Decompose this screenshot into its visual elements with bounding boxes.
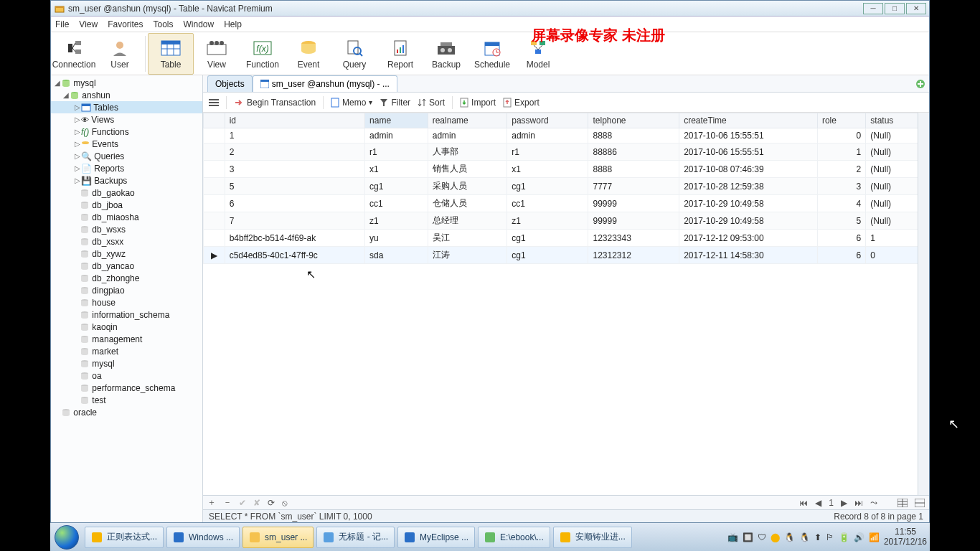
goto-page-button[interactable]: ⤳ (870, 498, 877, 508)
minimize-button[interactable]: ─ (863, 3, 883, 14)
menu-window[interactable]: Window (184, 19, 215, 29)
begin-transaction-button[interactable]: Begin Transaction (234, 98, 316, 108)
tray-icon[interactable]: 🔊 (854, 532, 864, 542)
user-button[interactable]: User (97, 33, 143, 75)
report-button[interactable]: Report (377, 33, 423, 75)
maximize-button[interactable]: □ (885, 3, 905, 14)
table-row[interactable]: ▶c5d4ed85-40c1-47ff-9csda江涛cg11231231220… (204, 247, 929, 264)
tree-reports[interactable]: ▷📄 Reports (51, 162, 202, 174)
tree-events[interactable]: ▷ Events (51, 138, 202, 150)
prev-page-button[interactable]: ◀ (815, 498, 821, 508)
tab-objects[interactable]: Objects (207, 75, 253, 92)
tree-db-house[interactable]: house (51, 296, 202, 309)
query-button[interactable]: Query (331, 33, 377, 75)
first-page-button[interactable]: ⏮ (799, 498, 808, 508)
tree-db-management[interactable]: management (51, 333, 202, 345)
col-createtime[interactable]: createTime (679, 113, 818, 128)
menu-tools[interactable]: Tools (154, 19, 174, 29)
function-button[interactable]: f(x) Function (240, 33, 286, 75)
refresh-button[interactable]: ⟳ (268, 498, 275, 508)
menu-file[interactable]: File (55, 19, 69, 29)
stop-button[interactable]: ⦸ (282, 498, 288, 508)
system-tray[interactable]: 📺 🔲 🛡 ⬤ 🐧 🐧 ⬆ 🏳 🔋 🔊 📶 11:55 2017/12/16 (727, 527, 930, 546)
tree-db-db_xywz[interactable]: db_xywz (51, 248, 202, 260)
taskbar-item[interactable]: E:\ebook\... (478, 527, 550, 548)
vertical-scrollbar[interactable] (918, 113, 929, 495)
table-row[interactable]: 3x1销售人员x188882017-10-08 07:46:392(Null) (204, 161, 929, 178)
col-name[interactable]: name (365, 113, 428, 128)
tree-tables[interactable]: ▷ Tables (51, 101, 202, 113)
taskbar-item[interactable]: Windows ... (166, 527, 240, 548)
new-tab-button[interactable] (912, 75, 929, 92)
taskbar-item[interactable]: sm_user ... (242, 527, 314, 548)
filter-button[interactable]: Filter (380, 98, 410, 108)
tree-db-db_wsxs[interactable]: db_wsxs (51, 223, 202, 235)
memo-button[interactable]: Memo▾ (331, 98, 372, 108)
tree-db-dingpiao[interactable]: dingpiao (51, 284, 202, 296)
tray-icon[interactable]: 🔋 (839, 532, 849, 542)
tray-icon[interactable]: 🐧 (784, 532, 795, 542)
tray-icon[interactable]: 🏳 (826, 532, 834, 542)
taskbar-item[interactable]: 安顺铸业进... (553, 527, 632, 548)
tree-db-performance_schema[interactable]: performance_schema (51, 382, 202, 394)
col-role[interactable]: role (817, 113, 865, 128)
col-telphone[interactable]: telphone (588, 113, 679, 128)
schedule-button[interactable]: Schedule (469, 33, 515, 75)
tray-icon[interactable]: 🐧 (799, 532, 810, 542)
next-page-button[interactable]: ▶ (841, 498, 847, 508)
tab-table-smuser[interactable]: sm_user @anshun (mysql) - ... (253, 75, 397, 92)
tray-icon[interactable]: ⬆ (814, 532, 821, 542)
apply-button[interactable]: ✔ (239, 498, 246, 508)
add-row-button[interactable]: ＋ (207, 496, 216, 509)
table-row[interactable]: 2r1人事部r1888862017-10-06 15:55:511(Null) (204, 143, 929, 161)
tree-backups[interactable]: ▷💾 Backups (51, 174, 202, 187)
table-row[interactable]: 7z1总经理z1999992017-10-29 10:49:585(Null) (204, 212, 929, 230)
tree-db-db_miaosha[interactable]: db_miaosha (51, 211, 202, 223)
close-button[interactable]: ✕ (906, 3, 926, 14)
tree-db-information_schema[interactable]: information_schema (51, 309, 202, 321)
sort-button[interactable]: Sort (418, 98, 445, 108)
clock[interactable]: 11:55 2017/12/16 (884, 527, 927, 546)
backup-button[interactable]: Backup (423, 33, 469, 75)
hamburger-icon[interactable] (209, 98, 219, 107)
titlebar[interactable]: sm_user @anshun (mysql) - Table - Navica… (51, 1, 929, 17)
menu-view[interactable]: View (79, 19, 98, 29)
table-row[interactable]: b4bff2bc-b514-4f69-akyu吴江cg1123233432017… (204, 230, 929, 247)
taskbar-item[interactable]: MyEclipse ... (397, 527, 475, 548)
tree-db-db_jboa[interactable]: db_jboa (51, 199, 202, 211)
start-button[interactable] (50, 523, 83, 551)
table-row[interactable]: 5cg1采购人员cg177772017-10-28 12:59:383(Null… (204, 178, 929, 195)
tray-icon[interactable]: ⬤ (771, 532, 780, 542)
table-row[interactable]: 6cc1仓储人员cc1999992017-10-29 10:49:584(Nul… (204, 195, 929, 212)
tree-db-db_xsxx[interactable]: db_xsxx (51, 235, 202, 248)
tree-root-mysql[interactable]: ◢ mysql (51, 77, 202, 89)
tray-icon[interactable]: 📶 (869, 532, 880, 542)
grid-view-button[interactable] (897, 499, 908, 507)
tree-root-oracle[interactable]: oracle (51, 406, 202, 418)
delete-row-button[interactable]: － (223, 496, 232, 509)
tree-db-mysql[interactable]: mysql (51, 357, 202, 369)
event-button[interactable]: Event (286, 33, 331, 75)
tree-db-market[interactable]: market (51, 345, 202, 357)
last-page-button[interactable]: ⏭ (854, 498, 863, 508)
connection-tree[interactable]: ◢ mysql ◢ anshun ▷ Tables ▷👁 Views ▷f() … (51, 75, 203, 522)
tray-icon[interactable]: 🔲 (743, 532, 753, 542)
tree-queries[interactable]: ▷🔍 Queries (51, 150, 202, 162)
tray-icon[interactable]: 🛡 (758, 532, 766, 542)
view-button[interactable]: View (194, 33, 240, 75)
connection-button[interactable]: Connection (51, 33, 97, 75)
taskbar[interactable]: 正则表达式...Windows ...sm_user ...无标题 - 记...… (50, 523, 930, 551)
tree-db-db_yancao[interactable]: db_yancao (51, 260, 202, 272)
cancel-button[interactable]: ✘ (253, 498, 260, 508)
form-view-button[interactable] (915, 499, 925, 507)
tree-functions[interactable]: ▷f() Functions (51, 126, 202, 138)
table-row[interactable]: 1adminadminadmin88882017-10-06 15:55:510… (204, 128, 929, 143)
import-button[interactable]: Import (460, 98, 496, 108)
tree-db-test[interactable]: test (51, 394, 202, 406)
tree-db-oa[interactable]: oa (51, 369, 202, 382)
menu-help[interactable]: Help (224, 19, 242, 29)
table-button[interactable]: Table (148, 33, 194, 75)
col-realname[interactable]: realname (428, 113, 507, 128)
tree-db-kaoqin[interactable]: kaoqin (51, 321, 202, 333)
tree-conn-anshun[interactable]: ◢ anshun (51, 89, 202, 101)
